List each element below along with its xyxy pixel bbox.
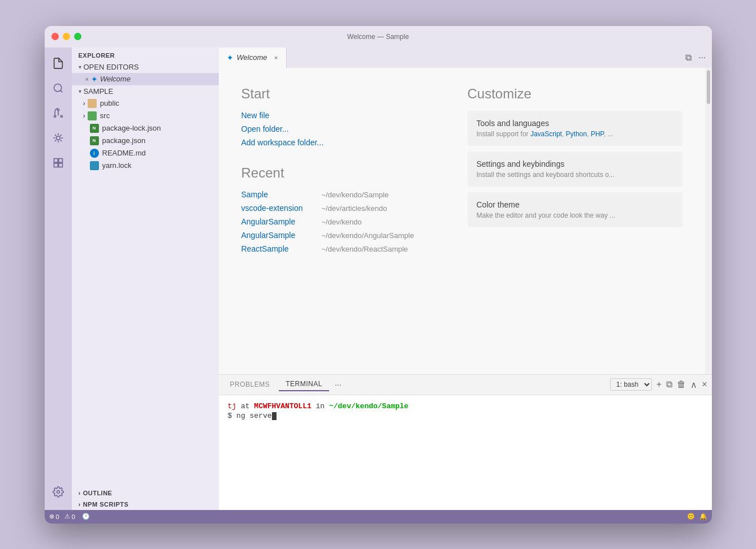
close-button[interactable] — [51, 33, 59, 40]
recent-name-4[interactable]: ReactSample — [241, 244, 315, 253]
sidebar-item-welcome[interactable]: × ✦ Welcome — [72, 73, 219, 85]
status-history[interactable]: 🕐 — [82, 513, 90, 520]
open-folder-link[interactable]: Open folder... — [241, 124, 434, 133]
source-control-icon[interactable] — [47, 102, 70, 124]
extensions-icon[interactable] — [47, 152, 70, 174]
more-actions-icon[interactable]: ··· — [697, 51, 707, 64]
tab-terminal[interactable]: TERMINAL — [279, 378, 329, 391]
maximize-button[interactable] — [74, 33, 81, 40]
editor-scrollbar[interactable] — [705, 68, 712, 374]
svg-point-10 — [57, 490, 59, 493]
recent-path-2: ~/dev/kendo — [322, 218, 362, 226]
vscode-logo-icon: ✦ — [91, 75, 98, 84]
recent-name-3[interactable]: AngularSample — [241, 231, 315, 240]
recent-path-3: ~/dev/kendo/AngularSample — [322, 231, 414, 240]
status-bell[interactable]: 🔔 — [699, 513, 707, 520]
collapse-terminal-icon[interactable]: ∧ — [690, 379, 697, 390]
close-x-icon[interactable]: × — [85, 76, 89, 83]
terminal-panel: PROBLEMS TERMINAL ··· 1: bash + ⧉ 🗑 ∧ — [219, 374, 712, 510]
tab-problems[interactable]: PROBLEMS — [223, 378, 277, 391]
sidebar-item-public[interactable]: › public — [72, 97, 219, 110]
folder-public-icon — [88, 99, 97, 108]
recent-item-2: AngularSample ~/dev/kendo — [241, 217, 434, 226]
recent-name-0[interactable]: Sample — [241, 190, 315, 199]
terminal-command: ng serve — [236, 412, 271, 420]
php-link[interactable]: PHP — [591, 130, 604, 138]
files-icon[interactable] — [47, 52, 70, 75]
package-lock-label: package-lock.json — [102, 124, 161, 132]
sidebar-item-yarn[interactable]: yarn.lock — [72, 159, 219, 172]
chevron-right-icon-src: › — [83, 111, 85, 120]
new-terminal-icon[interactable]: + — [656, 379, 662, 390]
sample-section[interactable]: ▾ SAMPLE — [72, 85, 219, 97]
tools-languages-card[interactable]: Tools and languages Install support for … — [468, 111, 682, 146]
terminal-more-icon[interactable]: ··· — [331, 380, 345, 389]
status-bar: ⊗ 0 ⚠ 0 🕐 🙂 🔔 — [45, 510, 712, 524]
editor-area: Start New file Open folder... Add worksp… — [219, 68, 712, 374]
svg-rect-7 — [58, 158, 62, 162]
settings-icon[interactable] — [47, 481, 70, 503]
status-right: 🙂 🔔 — [687, 513, 707, 520]
readme-icon: i — [90, 149, 99, 158]
debug-icon[interactable] — [47, 127, 70, 149]
terminal-body[interactable]: tj at MCWFHVANTOLL1 in ~/dev/kendo/Sampl… — [219, 395, 712, 510]
sidebar-item-package-lock[interactable]: N package-lock.json — [72, 122, 219, 135]
npm-scripts-section[interactable]: › NPM SCRIPTS — [72, 499, 219, 510]
color-theme-card[interactable]: Color theme Make the editor and your cod… — [468, 192, 682, 227]
terminal-tabs: PROBLEMS TERMINAL ··· 1: bash + ⧉ 🗑 ∧ — [219, 375, 712, 395]
tab-welcome[interactable]: ✦ Welcome × — [219, 47, 287, 68]
recent-path-1: ~/dev/articles/kendo — [322, 204, 387, 213]
settings-keybindings-desc: Install the settings and keyboard shortc… — [477, 171, 673, 179]
sample-label: SAMPLE — [84, 87, 114, 96]
svg-rect-9 — [58, 163, 62, 167]
terminal-path: ~/dev/kendo/Sample — [329, 402, 408, 410]
welcome-tab-label: Welcome — [100, 75, 131, 83]
new-file-link[interactable]: New file — [241, 111, 434, 120]
welcome-left: Start New file Open folder... Add worksp… — [241, 86, 434, 356]
svg-point-3 — [54, 115, 55, 117]
outline-section[interactable]: › OUTLINE — [72, 487, 219, 499]
main-layout: EXPLORER ▾ OPEN EDITORS × ✦ Welcome ▾ SA… — [45, 47, 712, 510]
folder-src-icon — [88, 111, 97, 120]
open-editors-section[interactable]: ▾ OPEN EDITORS — [72, 61, 219, 73]
terminal-line-2: $ ng serve — [228, 412, 703, 420]
recent-name-1[interactable]: vscode-extension — [241, 204, 315, 213]
recent-item-4: ReactSample ~/dev/kendo/ReactSample — [241, 244, 434, 253]
terminal-dollar: $ — [228, 412, 237, 420]
status-errors[interactable]: ⊗ 0 ⚠ 0 — [49, 513, 75, 520]
close-terminal-icon[interactable]: × — [702, 379, 707, 390]
title-bar: Welcome — Sample — [45, 26, 712, 47]
split-editor-icon[interactable]: ⧉ — [684, 51, 693, 64]
sidebar-item-src[interactable]: › src — [72, 110, 219, 122]
status-smiley[interactable]: 🙂 — [687, 513, 695, 520]
javascript-link[interactable]: JavaScript — [530, 130, 562, 138]
vscode-window: Welcome — Sample — [45, 26, 712, 524]
terminal-in: in — [312, 402, 329, 410]
split-terminal-icon[interactable]: ⧉ — [666, 379, 672, 390]
tab-bar-actions: ⧉ ··· — [680, 47, 711, 68]
terminal-shell-select[interactable]: 1: bash — [610, 378, 652, 391]
tab-close-icon[interactable]: × — [274, 54, 278, 61]
sidebar-bottom: › OUTLINE › NPM SCRIPTS — [72, 487, 219, 510]
chevron-right-outline-icon: › — [79, 490, 81, 496]
minimize-button[interactable] — [63, 33, 70, 40]
delete-terminal-icon[interactable]: 🗑 — [677, 379, 686, 390]
vscode-tab-icon: ✦ — [227, 53, 234, 62]
settings-keybindings-card[interactable]: Settings and keybindings Install the set… — [468, 152, 682, 187]
yarn-icon — [90, 161, 99, 170]
sidebar-item-readme[interactable]: i README.md — [72, 147, 219, 159]
tab-bar: ✦ Welcome × ⧉ ··· — [219, 47, 712, 68]
sidebar-item-package-json[interactable]: N package.json — [72, 135, 219, 147]
recent-path-4: ~/dev/kendo/ReactSample — [322, 245, 408, 253]
add-workspace-link[interactable]: Add workspace folder... — [241, 138, 434, 147]
recent-name-2[interactable]: AngularSample — [241, 217, 315, 226]
terminal-user: tj — [228, 402, 237, 410]
explorer-title: EXPLORER — [72, 47, 219, 61]
svg-line-1 — [60, 90, 62, 92]
scrollbar-thumb[interactable] — [707, 70, 710, 104]
python-link[interactable]: Python — [566, 130, 587, 138]
customize-title: Customize — [468, 86, 682, 102]
yarn-label: yarn.lock — [102, 161, 132, 170]
search-icon[interactable] — [47, 77, 70, 100]
start-title: Start — [241, 86, 434, 102]
